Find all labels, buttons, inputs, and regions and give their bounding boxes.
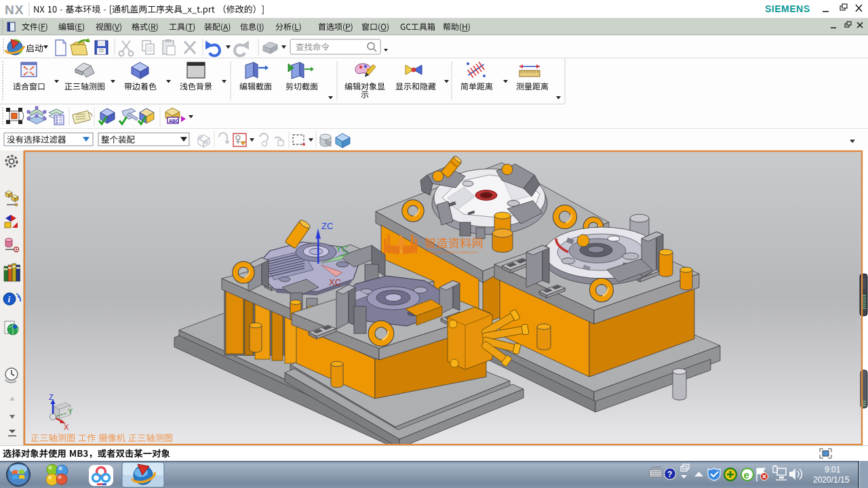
svg-text:YC: YC xyxy=(336,244,348,254)
svg-text:ABC: ABC xyxy=(169,119,179,123)
svg-text:Z: Z xyxy=(49,393,54,401)
svg-text:SIEMENS: SIEMENS xyxy=(765,3,810,14)
svg-text:X: X xyxy=(64,423,69,431)
svg-text:9:01: 9:01 xyxy=(825,465,841,474)
svg-text:2020/1/15: 2020/1/15 xyxy=(813,475,850,485)
svg-text:?: ? xyxy=(667,470,672,479)
svg-text:i: i xyxy=(8,294,11,304)
svg-text:XC: XC xyxy=(329,277,341,287)
svg-text:e: e xyxy=(744,469,749,481)
svg-text:NX: NX xyxy=(5,3,24,17)
svg-text:Y: Y xyxy=(68,407,73,415)
svg-text:ZC: ZC xyxy=(321,221,333,231)
